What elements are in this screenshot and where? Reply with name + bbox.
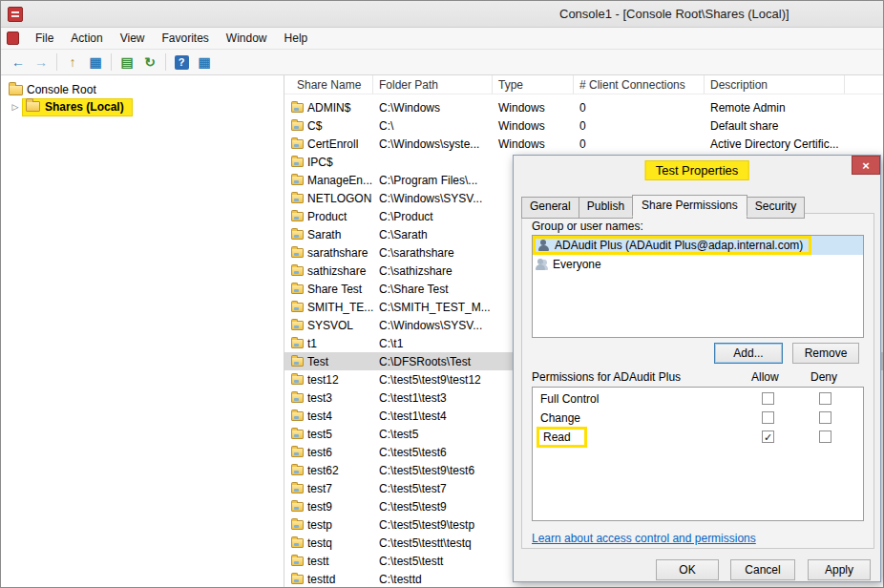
user-list-item[interactable]: ADAudit Plus (ADAudit Plus@adap.internal… bbox=[533, 236, 863, 255]
tab-security[interactable]: Security bbox=[747, 197, 805, 219]
dialog-title: Test Properties bbox=[645, 160, 749, 180]
allow-column-label: Allow bbox=[751, 370, 779, 384]
column-header-blank bbox=[845, 75, 883, 94]
shared-folder-icon bbox=[291, 248, 304, 258]
column-header-description[interactable]: Description bbox=[705, 75, 845, 94]
shared-folder-icon bbox=[291, 430, 304, 439]
help-icon: ? bbox=[175, 55, 189, 70]
tab-share-permissions[interactable]: Share Permissions bbox=[632, 195, 747, 217]
menu-item-favorites[interactable]: Favorites bbox=[154, 30, 218, 47]
table-row[interactable]: ADMIN$C:\WindowsWindows0Remote Admin bbox=[284, 98, 883, 116]
share-name-cell: test7 bbox=[284, 482, 373, 495]
share-name: Test bbox=[307, 355, 328, 368]
shared-folder-icon bbox=[291, 393, 304, 403]
dialog-close-button[interactable]: × bbox=[852, 156, 880, 175]
allow-checkbox[interactable] bbox=[762, 392, 774, 405]
folder-path: C:\test1\test4 bbox=[373, 410, 493, 423]
dialog-title-bar[interactable]: Test Properties × bbox=[514, 156, 880, 194]
share-name: testt bbox=[307, 555, 329, 568]
group-user-list[interactable]: ADAudit Plus (ADAudit Plus@adap.internal… bbox=[532, 235, 864, 338]
folder-path: C:\Windows\SYSV... bbox=[373, 319, 493, 332]
share-name-cell: Test bbox=[284, 355, 373, 368]
share-name-cell: test62 bbox=[284, 464, 373, 477]
allow-checkbox[interactable] bbox=[762, 411, 774, 424]
learn-about-permissions-link[interactable]: Learn about access control and permissio… bbox=[532, 532, 756, 545]
shared-folder-icon bbox=[291, 121, 304, 131]
share-name-cell: sarathshare bbox=[284, 246, 373, 260]
share-name: test12 bbox=[307, 373, 339, 387]
add-button[interactable]: Add... bbox=[714, 343, 783, 364]
toolbar-separator bbox=[165, 53, 166, 71]
menu-item-action[interactable]: Action bbox=[62, 30, 111, 47]
column-header-type[interactable]: Type bbox=[493, 75, 574, 94]
refresh-button[interactable]: ↻ bbox=[138, 52, 161, 73]
share-name: test7 bbox=[307, 482, 332, 495]
column-header-share-name[interactable]: Share Name bbox=[284, 75, 373, 94]
description: Active Directory Certific... bbox=[705, 137, 883, 151]
remove-button[interactable]: Remove bbox=[792, 343, 859, 364]
share-name-cell: ManageEn... bbox=[284, 174, 373, 187]
share-name-cell: NETLOGON bbox=[284, 192, 373, 205]
menu-item-file[interactable]: File bbox=[27, 30, 62, 47]
tab-general[interactable]: General bbox=[521, 197, 579, 219]
menu-bar: FileActionViewFavoritesWindowHelp bbox=[1, 28, 883, 50]
title-bar[interactable]: Console1 - [Console Root\Shares (Local)] bbox=[1, 1, 883, 28]
folder-path: C:\sathizshare bbox=[373, 264, 493, 278]
show-hide-action-pane-button[interactable]: ▦ bbox=[193, 52, 216, 73]
table-row[interactable]: C$C:\Windows0Default share bbox=[284, 116, 883, 135]
share-name: test62 bbox=[307, 464, 339, 477]
menu-item-window[interactable]: Window bbox=[218, 30, 276, 47]
back-icon: ← bbox=[11, 55, 25, 69]
export-list-button[interactable]: ▤ bbox=[116, 52, 138, 73]
folder-path: C:\testtd bbox=[373, 573, 493, 586]
shares-local-highlight: Shares (Local) bbox=[22, 98, 133, 116]
folder-path: C:\test5\test9\test12 bbox=[373, 373, 493, 387]
tab-publish[interactable]: Publish bbox=[579, 197, 633, 219]
share-name: testq bbox=[307, 536, 332, 550]
allow-checkbox[interactable]: ✓ bbox=[762, 430, 774, 443]
forward-button[interactable]: → bbox=[30, 52, 53, 73]
tree-item-shares-local[interactable]: ▷ Shares (Local) bbox=[1, 98, 284, 116]
deny-checkbox[interactable] bbox=[819, 430, 831, 443]
deny-checkbox[interactable] bbox=[819, 392, 831, 405]
folder-path: C:\test1\test3 bbox=[373, 391, 493, 405]
folder-path: C:\t1 bbox=[373, 337, 493, 350]
menu-item-help[interactable]: Help bbox=[276, 30, 317, 47]
share-name-cell: Share Test bbox=[284, 283, 373, 296]
share-name: IPC$ bbox=[307, 156, 333, 169]
share-name-cell: test4 bbox=[284, 410, 373, 423]
column-header-client-connections[interactable]: # Client Connections bbox=[574, 75, 705, 94]
help-button[interactable]: ? bbox=[170, 52, 193, 73]
share-name: test5 bbox=[307, 428, 332, 441]
share-name-cell: sathizshare bbox=[284, 264, 373, 278]
user-icon bbox=[537, 239, 550, 252]
tree-item-console-root[interactable]: Console Root bbox=[1, 81, 284, 98]
user-entry: ADAudit Plus (ADAudit Plus@adap.internal… bbox=[533, 236, 811, 255]
back-button[interactable]: ← bbox=[7, 52, 30, 73]
tree-root-label: Console Root bbox=[27, 83, 96, 96]
ok-button[interactable]: OK bbox=[656, 559, 719, 580]
share-name: SMITH_TE... bbox=[307, 301, 373, 314]
user-name: ADAudit Plus (ADAudit Plus@adap.internal… bbox=[555, 239, 803, 252]
up-one-level-button[interactable]: ↑ bbox=[61, 52, 84, 73]
client-connections: 0 bbox=[574, 137, 705, 151]
shared-folder-icon bbox=[291, 484, 304, 494]
share-name-cell: testp bbox=[284, 518, 373, 532]
share-type: Windows bbox=[493, 101, 574, 115]
share-name: Product bbox=[307, 210, 347, 223]
folder-path: C:\Share Test bbox=[373, 283, 493, 296]
show-hide-console-tree-button[interactable]: ▦ bbox=[84, 52, 107, 73]
menu-item-view[interactable]: View bbox=[112, 30, 154, 47]
expand-arrow-icon[interactable]: ▷ bbox=[9, 102, 22, 112]
export-list-icon: ▤ bbox=[120, 55, 133, 69]
apply-button[interactable]: Apply bbox=[808, 559, 871, 580]
share-name: CertEnroll bbox=[307, 137, 358, 151]
shared-folder-icon bbox=[291, 266, 304, 276]
column-header-folder-path[interactable]: Folder Path bbox=[373, 75, 493, 94]
table-row[interactable]: CertEnrollC:\Windows\syste...Windows0Act… bbox=[284, 135, 883, 153]
cancel-button[interactable]: Cancel bbox=[730, 559, 795, 580]
console-file-icon bbox=[7, 32, 19, 45]
user-list-item[interactable]: Everyone bbox=[533, 255, 863, 274]
deny-checkbox[interactable] bbox=[819, 411, 831, 424]
deny-column-label: Deny bbox=[810, 370, 837, 384]
